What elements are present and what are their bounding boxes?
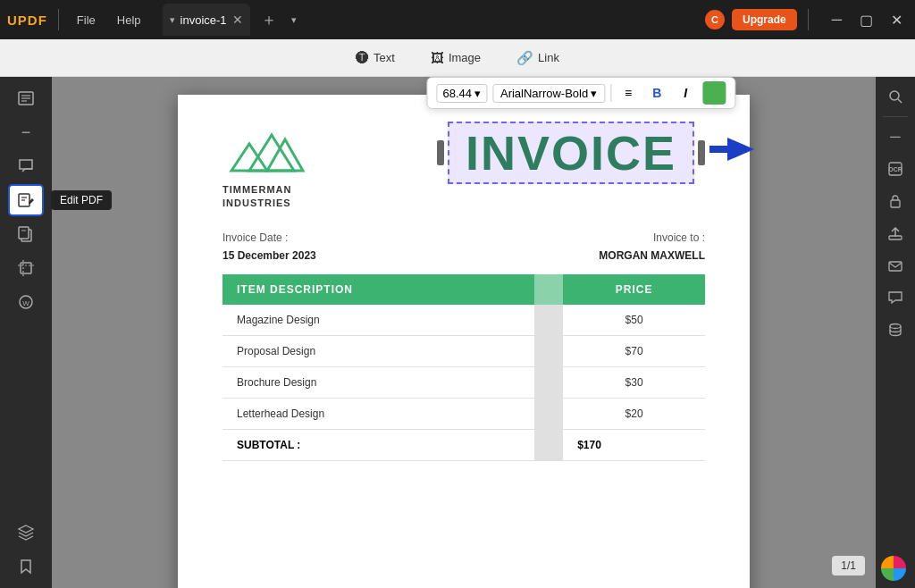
menu-file[interactable]: File [70, 12, 103, 29]
search-icon [887, 88, 903, 105]
tab-label[interactable]: invoice-1 [180, 13, 227, 27]
svg-text:W: W [22, 299, 29, 307]
resize-handle-left[interactable] [437, 140, 444, 165]
title-divider [58, 9, 59, 30]
row2-description: Proposal Design [222, 335, 534, 366]
tab-add-icon[interactable]: ＋ [261, 9, 277, 30]
sidebar-layers-btn[interactable] [8, 517, 44, 549]
sidebar-edit-btn[interactable]: Edit PDF [8, 184, 44, 216]
invoice-table: ITEM DESCRIPTION PRICE Magazine Design $… [222, 274, 705, 461]
minus-icon: − [21, 123, 31, 142]
pdf-page: TIMMERMAN INDUSTRIES INVOICE [178, 95, 750, 588]
pdf-area[interactable]: TIMMERMAN INDUSTRIES INVOICE [52, 77, 876, 588]
logo-mountains-icon [222, 122, 312, 175]
upgrade-button[interactable]: Upgrade [732, 9, 797, 30]
sidebar-copy-btn[interactable] [8, 218, 44, 250]
color-circle-icon[interactable] [881, 556, 906, 581]
sidebar-read-btn[interactable] [8, 82, 44, 114]
image-tool-label: Image [449, 51, 481, 64]
rs-mail-btn[interactable] [881, 251, 910, 280]
sidebar-watermark-btn[interactable]: W [8, 286, 44, 318]
sidebar-comment-btn[interactable] [8, 150, 44, 182]
updf-logo: UPDF [7, 13, 47, 28]
close-button[interactable]: ✕ [886, 10, 908, 30]
subtotal-divider [534, 429, 563, 460]
svg-rect-24 [891, 200, 900, 207]
row1-divider [534, 305, 563, 336]
svg-point-20 [890, 91, 899, 100]
format-separator1 [610, 84, 611, 102]
svg-rect-26 [889, 262, 902, 271]
font-size-dropdown-icon: ▾ [474, 87, 481, 100]
font-size-selector[interactable]: 68.44 ▾ [436, 84, 487, 103]
image-tool[interactable]: 🖼 Image [422, 46, 490, 69]
link-icon: 🔗 [516, 50, 533, 66]
col-price-header: PRICE [563, 274, 705, 305]
layers-icon [17, 524, 35, 542]
subtotal-value: $170 [563, 429, 705, 460]
svg-rect-19 [709, 146, 729, 153]
italic-button[interactable]: I [674, 81, 697, 105]
sidebar-crop-btn[interactable] [8, 252, 44, 284]
row2-price: $70 [563, 335, 705, 366]
row4-divider [534, 398, 563, 429]
rs-separator1 [883, 116, 908, 117]
svg-marker-16 [231, 144, 267, 171]
rs-search-btn[interactable] [881, 82, 910, 111]
minimize-button[interactable]: ─ [827, 10, 847, 30]
menu-help[interactable]: Help [110, 12, 148, 29]
rs-ocr-btn[interactable]: OCR [881, 155, 910, 183]
page-number: 1/1 [832, 556, 865, 575]
text-tool[interactable]: 🅣 Text [347, 46, 404, 69]
table-row: Brochure Design $30 [222, 366, 705, 398]
row3-price: $30 [563, 366, 705, 398]
invoice-title: INVOICE [466, 129, 676, 177]
main-toolbar: 🅣 Text 🖼 Image 🔗 Link [0, 39, 915, 77]
tab-close-icon[interactable]: ✕ [232, 13, 243, 27]
color-picker-button[interactable] [702, 81, 726, 105]
main-content: − Edit PDF [0, 77, 915, 588]
lock-icon [887, 193, 903, 209]
font-name-value: ArialNarrow-Bold [500, 87, 588, 100]
sidebar-bookmark-btn[interactable] [8, 550, 44, 583]
company-name: TIMMERMAN INDUSTRIES [222, 183, 291, 211]
image-icon: 🖼 [431, 50, 444, 65]
mail-icon [887, 257, 903, 273]
invoice-to-label: Invoice to : [599, 229, 705, 247]
link-tool[interactable]: 🔗 Link [508, 46, 568, 70]
table-row: Magazine Design $50 [222, 305, 705, 336]
read-icon [17, 89, 35, 107]
invoice-date-value: 15 December 2023 [222, 247, 316, 265]
resize-handle-right[interactable] [698, 140, 705, 165]
bold-button[interactable]: B [645, 81, 668, 105]
rs-comment2-btn[interactable] [881, 283, 910, 312]
sidebar-minus-btn[interactable]: − [8, 116, 44, 148]
maximize-button[interactable]: ▢ [854, 10, 878, 30]
invoice-date-label: Invoice Date : [222, 229, 316, 247]
edit-icon [17, 191, 35, 209]
svg-point-27 [890, 324, 901, 329]
invoice-date-block: Invoice Date : 15 December 2023 [222, 229, 316, 265]
watermark-icon: W [17, 293, 35, 311]
title-bar: UPDF File Help ▾ invoice-1 ✕ ＋ ▾ C Upgra… [0, 0, 915, 39]
invoice-title-box[interactable]: INVOICE [448, 122, 694, 184]
rs-database-btn[interactable] [881, 315, 910, 344]
font-dropdown-icon: ▾ [591, 87, 597, 100]
tab-dropdown-icon[interactable]: ▾ [291, 14, 297, 26]
svg-rect-25 [889, 236, 902, 239]
invoice-to-block: Invoice to : MORGAN MAXWELL [599, 229, 705, 265]
svg-line-21 [898, 99, 902, 103]
text-icon: 🅣 [356, 50, 369, 65]
link-tool-label: Link [538, 51, 559, 64]
tab-arrow-icon: ▾ [170, 14, 175, 26]
svg-text:OCR: OCR [888, 166, 902, 172]
rs-protect-btn[interactable] [881, 187, 910, 215]
row2-divider [534, 335, 563, 366]
font-name-selector[interactable]: ArialNarrow-Bold ▾ [492, 84, 605, 103]
user-avatar: C [705, 10, 725, 29]
rs-minus-btn[interactable]: ─ [881, 122, 910, 151]
table-row: Letterhead Design $20 [222, 398, 705, 429]
pdf-header: TIMMERMAN INDUSTRIES INVOICE [222, 122, 705, 211]
rs-share-btn[interactable] [881, 219, 910, 248]
align-button[interactable]: ≡ [617, 81, 640, 105]
